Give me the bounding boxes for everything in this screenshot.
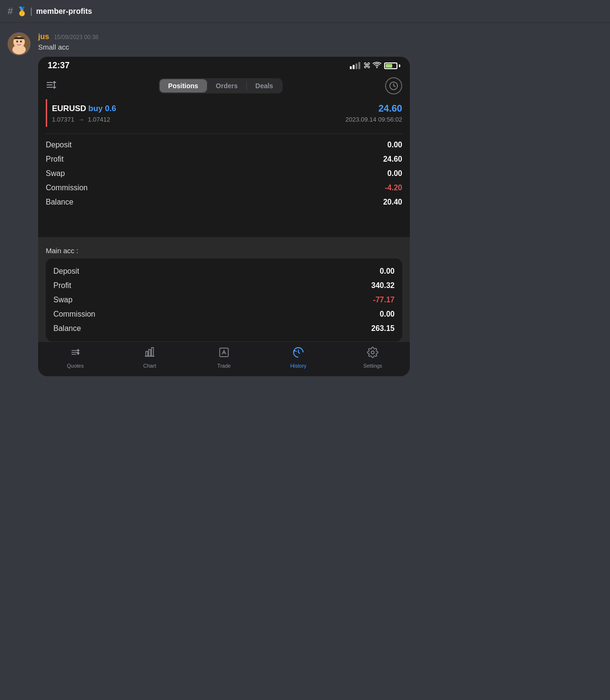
history-clock-button[interactable] (385, 77, 402, 94)
stats-label: Profit (53, 281, 71, 290)
signal-bar-3 (356, 63, 357, 69)
message-container: jus 15/09/2023 00:38 Small acc 12:37 ⌘ (0, 23, 610, 386)
sort-svg (46, 81, 56, 89)
sort-icon[interactable] (46, 81, 56, 92)
stats-value: 263.15 (371, 324, 395, 333)
stats-label: Balance (46, 198, 73, 206)
tab-deals[interactable]: Deals (247, 79, 282, 93)
tabs-row: Positions Orders Deals (46, 77, 402, 94)
nav-label-quotes: Quotes (67, 363, 83, 369)
quotes-nav-icon (70, 347, 81, 361)
nav-label-trade: Trade (217, 363, 231, 369)
position-card[interactable]: EURUSD buy 0.6 24.60 1.07371 → 1.07412 2… (46, 99, 402, 127)
avatar-image (8, 32, 30, 55)
svg-rect-18 (220, 348, 228, 357)
stats-value: 0.00 (380, 267, 395, 276)
main-acc-card: Deposit 0.00 Profit 340.32 Swap -77.17 C… (46, 258, 402, 341)
nav-label-history: History (290, 363, 306, 369)
signal-bars-icon (350, 62, 360, 69)
tab-positions[interactable]: Positions (160, 79, 207, 93)
battery-body (384, 62, 397, 69)
nav-item-quotes[interactable]: Quotes (38, 347, 112, 369)
status-time: 12:37 (48, 61, 70, 71)
svg-rect-14 (146, 351, 148, 356)
position-symbol-row: EURUSD buy 0.6 (52, 104, 116, 113)
stats-value: 340.32 (371, 281, 395, 290)
stats-row: Swap 0.00 (46, 166, 402, 181)
nav-item-trade[interactable]: Trade (187, 347, 261, 369)
tab-orders[interactable]: Orders (207, 79, 246, 93)
channel-name: member-profits (36, 7, 92, 16)
stats-row: Profit 24.60 (46, 152, 402, 166)
position-prices: 1.07371 → 1.07412 (52, 116, 110, 123)
battery-tip (399, 64, 400, 67)
stats-label: Balance (53, 324, 81, 333)
stats-value: -4.20 (385, 184, 402, 192)
empty-space (46, 213, 402, 237)
signal-bar-1 (350, 66, 352, 69)
message-meta: jus 15/09/2023 00:38 (38, 32, 602, 41)
stats-label: Commission (46, 184, 88, 192)
nav-item-chart[interactable]: Chart (112, 347, 187, 369)
position-symbol: EURUSD (52, 104, 86, 113)
trading-app: Positions Orders Deals (38, 72, 410, 237)
header-divider: | (30, 6, 32, 16)
small-acc-stats: Deposit 0.00 Profit 24.60 Swap 0.00 Comm… (46, 134, 402, 213)
signal-bar-4 (358, 62, 360, 69)
battery-icon (384, 62, 400, 69)
medal-emoji: 🥇 (17, 6, 27, 17)
stats-row: Deposit 0.00 (46, 138, 402, 152)
position-row-top: EURUSD buy 0.6 24.60 (52, 103, 402, 114)
nav-item-history[interactable]: History (261, 347, 336, 369)
stats-value: 24.60 (383, 155, 402, 164)
stats-row: Balance 263.15 (53, 321, 395, 336)
message-text: Small acc (38, 43, 602, 51)
stats-label: Deposit (53, 267, 79, 276)
hash-icon: # (8, 6, 13, 17)
stats-row: Deposit 0.00 (53, 264, 395, 278)
signal-bar-2 (353, 65, 355, 69)
history-nav-icon (293, 347, 304, 361)
message-body: jus 15/09/2023 00:38 Small acc 12:37 ⌘ (38, 32, 602, 376)
stats-value: -77.17 (373, 296, 395, 304)
main-acc-section: Main acc : Deposit 0.00 Profit 340.32 Sw… (38, 237, 410, 341)
stats-row: Profit 340.32 (53, 278, 395, 293)
svg-line-10 (394, 86, 396, 87)
svg-rect-15 (149, 350, 151, 356)
nav-item-settings[interactable]: Settings (336, 347, 410, 369)
stats-row: Commission 0.00 (53, 307, 395, 321)
chart-nav-icon (144, 347, 155, 361)
stats-value: 0.00 (380, 310, 395, 319)
stats-label: Swap (53, 296, 72, 304)
stats-value: 0.00 (387, 169, 402, 178)
stats-label: Profit (46, 155, 63, 164)
tabs-group: Positions Orders Deals (159, 78, 283, 93)
position-datetime: 2023.09.14 09:56:02 (346, 116, 402, 123)
username: jus (38, 32, 49, 41)
svg-point-4 (20, 41, 22, 42)
status-icons: ⌘ (350, 61, 400, 70)
svg-point-2 (12, 45, 26, 54)
stats-row: Commission -4.20 (46, 181, 402, 195)
wifi-svg (373, 62, 381, 68)
channel-header: # 🥇 | member-profits (0, 0, 610, 23)
stats-row: Swap -77.17 (53, 293, 395, 307)
stats-label: Commission (53, 310, 95, 319)
status-bar: 12:37 ⌘ (38, 57, 410, 72)
wifi-icon: ⌘ (363, 61, 381, 70)
svg-point-3 (16, 41, 18, 42)
position-direction: buy 0.6 (88, 104, 116, 113)
settings-nav-icon (367, 347, 378, 361)
stats-label: Deposit (46, 141, 71, 149)
nav-label-settings: Settings (363, 363, 382, 369)
stats-label: Swap (46, 169, 65, 178)
main-acc-label: Main acc : (46, 247, 402, 255)
position-row-bottom: 1.07371 → 1.07412 2023.09.14 09:56:02 (52, 116, 402, 123)
position-profit: 24.60 (378, 103, 402, 114)
svg-point-20 (371, 351, 374, 354)
trade-nav-icon (218, 347, 230, 361)
message-timestamp: 15/09/2023 00:38 (54, 34, 98, 41)
svg-rect-16 (152, 348, 153, 356)
battery-fill (386, 64, 392, 68)
bottom-nav: Quotes Chart Trade History Settings (38, 341, 410, 376)
